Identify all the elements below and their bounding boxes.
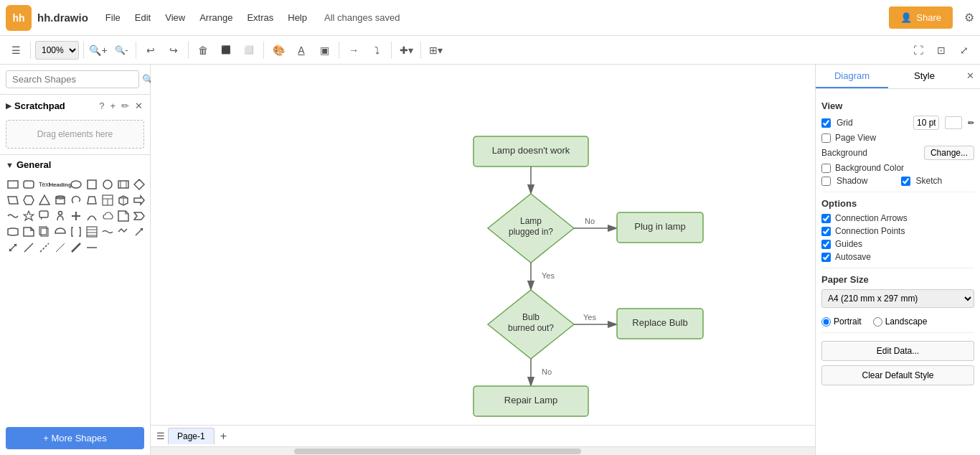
fullscreen-btn[interactable]: ⛶ <box>908 40 928 60</box>
shape-note[interactable] <box>116 209 131 223</box>
zoom-select[interactable]: 100%50%75%125%150% <box>35 41 79 60</box>
tab-style[interactable]: Style <box>888 65 961 88</box>
shadow-checkbox[interactable] <box>821 177 831 186</box>
shape-cube[interactable] <box>116 193 131 207</box>
shape-list[interactable] <box>85 225 99 239</box>
shape-callout[interactable] <box>37 209 52 223</box>
sidebar-toggle-btn[interactable]: ☰ <box>6 40 26 60</box>
grid-color-icon[interactable]: ✏ <box>968 118 974 128</box>
menu-edit[interactable]: Edit <box>129 9 156 26</box>
menu-extras[interactable]: Extras <box>241 9 279 26</box>
shape-arrow-up-right[interactable] <box>132 225 146 239</box>
shape-cloud[interactable] <box>100 209 115 223</box>
shape-arrow-ne[interactable] <box>6 240 20 255</box>
portrait-option[interactable]: Portrait <box>821 316 862 327</box>
menu-view[interactable]: View <box>159 9 191 26</box>
shape-diamond[interactable] <box>132 177 146 192</box>
paper-size-select[interactable]: A4 (210 mm x 297 mm) A3 (297 mm x 420 mm… <box>821 289 974 308</box>
shape-trapezoid[interactable] <box>85 193 99 207</box>
scratchpad-close-icon[interactable]: ✕ <box>133 99 144 113</box>
shape-parallelogram[interactable] <box>6 193 20 207</box>
sketch-checkbox[interactable] <box>901 177 910 186</box>
waypoint-btn[interactable]: ⤵ <box>367 40 387 60</box>
shape-rounded-rect[interactable] <box>22 177 36 192</box>
shape-triangle[interactable] <box>37 193 52 207</box>
canvas[interactable]: Lamp doesn't work Lamp plugged in? No Pl… <box>151 65 815 455</box>
scratchpad-help-icon[interactable]: ? <box>98 99 105 113</box>
landscape-radio[interactable] <box>873 317 882 327</box>
connector-btn[interactable]: → <box>344 40 364 60</box>
fit-btn[interactable]: ⊡ <box>931 40 951 60</box>
clear-default-style-button[interactable]: Clear Default Style <box>821 365 974 385</box>
scratchpad-toggle[interactable]: ▶ <box>6 101 11 111</box>
expand-btn[interactable]: ⤢ <box>954 40 974 60</box>
shape-step[interactable] <box>132 209 146 223</box>
redo-btn[interactable]: ↪ <box>164 40 184 60</box>
shape-wave[interactable] <box>6 209 20 223</box>
zoom-out-btn[interactable]: 🔍- <box>111 40 131 60</box>
shape-wavy-line[interactable] <box>100 225 115 239</box>
line-color-btn[interactable]: A <box>291 40 311 60</box>
shape-arrow-right[interactable] <box>132 193 146 207</box>
shape-hexagon[interactable] <box>22 193 36 207</box>
grid-color-box[interactable] <box>945 116 962 129</box>
shape-cylinder[interactable] <box>53 193 67 207</box>
undo-btn[interactable]: ↩ <box>141 40 161 60</box>
shape-dashed-line[interactable] <box>37 240 52 255</box>
guides-checkbox[interactable] <box>821 240 831 249</box>
shape-thin-line[interactable] <box>53 240 67 255</box>
grid-checkbox[interactable] <box>821 118 831 128</box>
background-change-button[interactable]: Change... <box>924 146 974 160</box>
more-shapes-button[interactable]: + More Shapes <box>6 427 144 449</box>
shadow-btn[interactable]: ▣ <box>314 40 334 60</box>
shape-diagonal[interactable] <box>85 240 99 255</box>
edit-data-button[interactable]: Edit Data... <box>821 341 974 361</box>
zoom-in-btn[interactable]: 🔍+ <box>88 40 108 60</box>
tab-diagram[interactable]: Diagram <box>816 65 888 88</box>
shape-line[interactable] <box>22 240 36 255</box>
close-panel-button[interactable]: ✕ <box>961 65 980 88</box>
connection-arrows-checkbox[interactable] <box>821 214 831 223</box>
page-view-checkbox[interactable] <box>821 133 831 143</box>
menu-help[interactable]: Help <box>282 9 313 26</box>
shape-heading[interactable]: Heading <box>53 177 67 192</box>
to-back-btn[interactable]: ⬜ <box>239 40 259 60</box>
page-menu-button[interactable]: ☰ <box>154 428 168 444</box>
delete-btn[interactable]: 🗑 <box>193 40 213 60</box>
scratchpad-add-icon[interactable]: + <box>108 99 117 113</box>
horizontal-scrollbar[interactable] <box>151 446 815 455</box>
to-front-btn[interactable]: ⬛ <box>216 40 236 60</box>
grid-pt-input[interactable] <box>913 116 939 130</box>
settings-icon[interactable]: ⚙ <box>964 11 974 24</box>
shape-person[interactable] <box>53 209 67 223</box>
shape-star[interactable] <box>22 209 36 223</box>
shape-process[interactable] <box>116 177 131 192</box>
shape-circle[interactable] <box>100 177 115 192</box>
shape-thick-line[interactable] <box>69 240 83 255</box>
shape-cross[interactable] <box>69 209 83 223</box>
portrait-radio[interactable] <box>821 317 831 327</box>
autosave-checkbox[interactable] <box>821 253 831 262</box>
share-button[interactable]: 👤 Share <box>889 6 953 29</box>
shape-tape[interactable] <box>6 225 20 239</box>
shape-table[interactable] <box>100 193 115 207</box>
landscape-option[interactable]: Landscape <box>873 316 928 327</box>
table-btn[interactable]: ⊞▾ <box>425 40 446 60</box>
search-input[interactable] <box>6 70 139 88</box>
fill-color-btn[interactable]: 🎨 <box>268 40 288 60</box>
shape-square[interactable] <box>85 177 99 192</box>
add-page-button[interactable]: + <box>215 427 232 446</box>
shape-arc[interactable] <box>85 209 99 223</box>
shape-zigzag[interactable] <box>116 225 131 239</box>
shape-rect[interactable] <box>6 177 20 192</box>
scratchpad-edit-icon[interactable]: ✏ <box>120 99 131 113</box>
menu-arrange[interactable]: Arrange <box>194 9 238 26</box>
shape-loop[interactable] <box>69 193 83 207</box>
shape-bracket[interactable] <box>69 225 83 239</box>
shape-ellipse[interactable] <box>69 177 83 192</box>
shape-multi-doc[interactable] <box>37 225 52 239</box>
shape-doc[interactable] <box>22 225 36 239</box>
page-tab-1[interactable]: Page-1 <box>168 428 215 444</box>
general-header[interactable]: ▼ General <box>0 155 150 174</box>
menu-file[interactable]: File <box>100 9 126 26</box>
